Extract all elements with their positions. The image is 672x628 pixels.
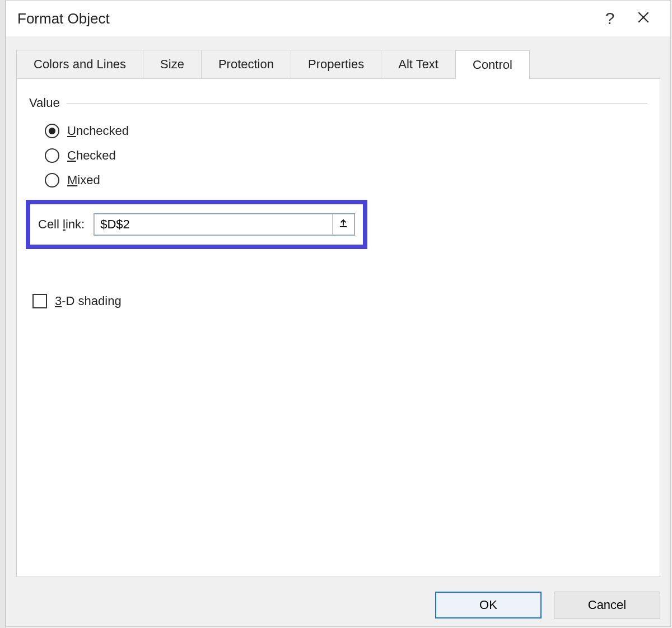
checkbox-label: 3-D shading: [55, 294, 122, 308]
ok-button[interactable]: OK: [435, 592, 542, 618]
tab-label: Alt Text: [398, 57, 438, 72]
tab-label: Size: [160, 57, 184, 72]
help-icon[interactable]: ?: [593, 9, 627, 28]
checkbox-icon: [32, 294, 47, 308]
value-group: Value: [29, 96, 647, 110]
close-icon[interactable]: [627, 10, 660, 27]
radio-icon: [45, 148, 59, 163]
radio-unchecked[interactable]: Unchecked: [45, 124, 647, 138]
checkbox-3d-shading[interactable]: 3-D shading: [32, 294, 647, 308]
tab-protection[interactable]: Protection: [202, 50, 291, 78]
tab-label: Protection: [218, 57, 274, 72]
tab-control[interactable]: Control: [456, 50, 530, 79]
button-label: Cancel: [588, 598, 626, 612]
tab-colors-and-lines[interactable]: Colors and Lines: [16, 50, 143, 78]
radio-icon: [45, 124, 59, 138]
dialog-title: Format Object: [17, 10, 593, 27]
tab-size[interactable]: Size: [143, 50, 202, 78]
tab-alt-text[interactable]: Alt Text: [381, 50, 456, 78]
tab-label: Control: [473, 58, 512, 72]
radio-label: Unchecked: [67, 124, 129, 138]
button-label: OK: [479, 598, 497, 612]
tab-properties[interactable]: Properties: [291, 50, 381, 78]
radio-label: Mixed: [67, 173, 100, 188]
dialog-body: Colors and Lines Size Protection Propert…: [6, 36, 670, 584]
tab-label: Colors and Lines: [34, 57, 126, 72]
tab-content-control: Value Unchecked Checked Mixed Cell link:: [16, 79, 660, 577]
collapse-dialog-icon: [338, 218, 348, 231]
cell-link-field: [94, 213, 355, 236]
radio-checked[interactable]: Checked: [45, 148, 647, 163]
tab-label: Properties: [308, 57, 364, 72]
cell-link-input[interactable]: [94, 214, 332, 235]
value-group-label: Value: [29, 96, 67, 110]
radio-icon: [45, 173, 59, 188]
group-divider: [67, 103, 647, 104]
cancel-button[interactable]: Cancel: [554, 592, 660, 618]
tabstrip: Colors and Lines Size Protection Propert…: [16, 50, 660, 79]
format-object-dialog: Format Object ? Colors and Lines Size Pr…: [6, 0, 671, 627]
cell-link-highlight: Cell link:: [26, 200, 367, 249]
radio-mixed[interactable]: Mixed: [45, 173, 647, 188]
titlebar: Format Object ?: [6, 1, 670, 36]
cell-link-label: Cell link:: [38, 217, 85, 232]
range-picker-button[interactable]: [332, 214, 354, 235]
radio-label: Checked: [67, 148, 116, 163]
spreadsheet-gutter: [0, 0, 6, 628]
dialog-footer: OK Cancel: [435, 592, 660, 618]
